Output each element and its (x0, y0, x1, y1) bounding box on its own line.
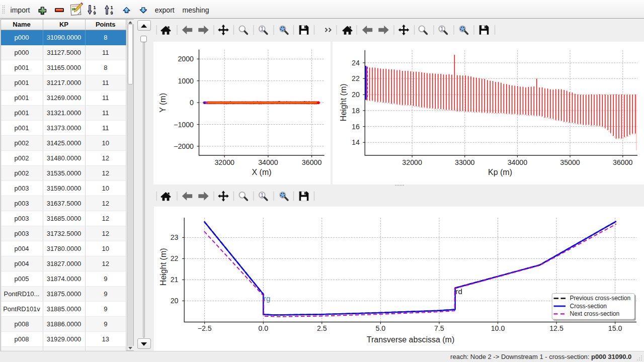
svg-text:7.5: 7.5 (434, 324, 444, 332)
svg-text:2000: 2000 (178, 55, 194, 63)
svg-text:Next cross-section: Next cross-section (570, 310, 620, 317)
svg-text:22: 22 (171, 254, 179, 262)
svg-text:−1000: −1000 (174, 121, 194, 129)
svg-text:rd: rd (456, 287, 462, 296)
svg-text:34000: 34000 (508, 158, 528, 166)
svg-text:Height (m): Height (m) (159, 248, 168, 286)
svg-text:Cross-section: Cross-section (570, 303, 607, 310)
svg-text:32000: 32000 (214, 158, 234, 166)
svg-text:5.0: 5.0 (376, 324, 386, 332)
svg-text:1000: 1000 (178, 77, 194, 85)
svg-text:rg: rg (264, 294, 270, 303)
svg-text:X (m): X (m) (252, 168, 271, 176)
svg-text:14: 14 (352, 138, 360, 146)
svg-text:15.0: 15.0 (608, 324, 622, 332)
svg-text:33000: 33000 (455, 158, 475, 166)
svg-text:10.0: 10.0 (491, 324, 505, 332)
svg-text:Transverse abscissa (m): Transverse abscissa (m) (367, 335, 455, 344)
svg-text:18: 18 (352, 107, 360, 115)
svg-text:35000: 35000 (560, 158, 580, 166)
svg-text:23: 23 (171, 233, 179, 241)
svg-text:16: 16 (352, 123, 360, 131)
svg-text:0.0: 0.0 (258, 324, 268, 332)
svg-text:Previous cross-section: Previous cross-section (570, 295, 631, 302)
svg-text:Height (m): Height (m) (340, 83, 348, 121)
svg-text:32000: 32000 (402, 158, 422, 166)
svg-text:12.5: 12.5 (549, 324, 564, 332)
svg-text:36000: 36000 (613, 158, 633, 166)
svg-text:1: 1 (111, 5, 113, 10)
svg-text:36000: 36000 (302, 158, 322, 166)
svg-text:20: 20 (171, 297, 179, 305)
svg-text:import: import (11, 6, 30, 14)
svg-text:1: 1 (94, 5, 96, 10)
svg-text:20: 20 (352, 90, 360, 99)
svg-text:2.5: 2.5 (317, 324, 327, 332)
svg-text:meshing: meshing (183, 6, 209, 14)
svg-text:Y (m): Y (m) (158, 93, 167, 113)
svg-text:21: 21 (171, 276, 179, 284)
svg-text:24: 24 (352, 59, 360, 67)
svg-text:34000: 34000 (258, 158, 278, 166)
svg-text:export: export (155, 6, 175, 14)
svg-text:−2.5: −2.5 (198, 324, 212, 332)
svg-text:0: 0 (190, 99, 194, 107)
svg-text:22: 22 (352, 74, 360, 82)
svg-text:Kp (m): Kp (m) (488, 168, 512, 176)
svg-text:−2000: −2000 (174, 142, 194, 150)
